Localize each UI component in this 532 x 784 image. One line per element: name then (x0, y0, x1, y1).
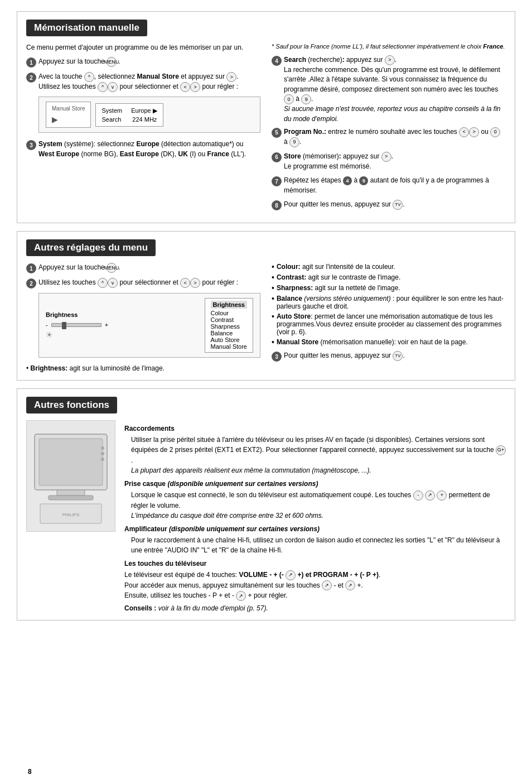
memorisation-step-7: 7 Répétez les étapes 4 à 6 autant de foi… (272, 176, 506, 195)
conseils-label: Conseils : (124, 604, 156, 612)
memorisation-step-6: 6 Store (mémoriser): appuyez sur >.Le pr… (272, 152, 506, 171)
svg-text:PHILIPS: PHILIPS (62, 512, 80, 517)
brightness-note: • Brightness: agit sur la luminosité de … (26, 364, 260, 372)
raccordements-text: Utiliser la prise péritel située à l'arr… (124, 435, 506, 475)
section-autres-reglages-header: Autres réglages du menu (26, 239, 156, 256)
section-autres-reglages: Autres réglages du menu 1 Appuyez sur la… (17, 231, 515, 381)
amplificateur-section: Amplificateur (disponible uniquement sur… (124, 525, 506, 555)
bullet-sharpness: • Sharpness: agit sur la netteté de l'im… (272, 284, 506, 292)
svg-point-6 (101, 458, 104, 461)
brightness-menu-list: Brightness Colour Contrast Sharpness Bal… (205, 298, 253, 353)
svg-point-4 (101, 446, 104, 450)
section-autres-fonctions: Autres fonctions (17, 388, 515, 621)
touches-tv-text: Le téléviseur est équipé de 4 touches: V… (124, 570, 506, 601)
autres-fonctions-body: PHILIPS Raccordements Utiliser la prise … (26, 420, 506, 612)
tv-image: PHILIPS (26, 420, 115, 532)
svg-rect-2 (57, 490, 85, 496)
amplificateur-text: Pour le raccordement à une chaîne Hi-fi,… (124, 535, 506, 555)
autres-reglages-step-1: 1 Appuyez sur la touche MENU . (26, 263, 260, 273)
amplificateur-title: Amplificateur (disponible uniquement sur… (124, 525, 506, 533)
memorisation-right: * Sauf pour la France (norme LL'), il fa… (272, 43, 506, 215)
prise-casque-section: Prise casque (disponible uniquement sur … (124, 480, 506, 521)
diagram-left-box: Manual Store ▶ (46, 102, 91, 128)
touches-tv-title: Les touches du téléviseur (124, 560, 506, 567)
section-memorisation-header: Mémorisation manuelle (26, 20, 147, 36)
memorisation-step-2: 2 Avec la touche ^, sélectionnez Manual … (26, 72, 260, 92)
autres-reglages-right: • Colour: agit sur l'intensité de la cou… (272, 263, 506, 372)
memorisation-diagram: Manual Store ▶ SystemEurope ▶ Search224 … (38, 97, 260, 133)
touches-tv-section: Les touches du téléviseur Le téléviseur … (124, 560, 506, 601)
memorisation-step-8: 8 Pour quitter les menus, appuyez sur TV… (272, 200, 506, 210)
memorisation-step-4: 4 Search (recherche): appuyez sur >. La … (272, 55, 506, 124)
autres-reglages-left: 1 Appuyez sur la touche MENU . 2 Utilise… (26, 263, 260, 372)
memorisation-star-note: * Sauf pour la France (norme LL'), il fa… (272, 43, 506, 50)
conseils-text: voir à la fin du mode d'emploi (p. 57). (158, 604, 268, 612)
bullet-manual-store: • Manual Store (mémorisation manuelle): … (272, 338, 506, 347)
memorisation-step-1: 1 Appuyez sur la touche MENU . (26, 57, 260, 68)
conseils-section: Conseils : voir à la fin du mode d'emplo… (124, 604, 506, 612)
bullet-colour: • Colour: agit sur l'intensité de la cou… (272, 263, 506, 271)
raccordements-title: Raccordements (124, 425, 506, 432)
autres-reglages-step-3: 3 Pour quitter les menus, appuyez sur TV… (272, 351, 506, 362)
page-number: 8 (28, 768, 32, 776)
memorisation-intro: Ce menu permet d'ajouter un programme ou… (26, 43, 260, 52)
brightness-diagram: Brightness - + ☀ Brightness (38, 293, 260, 358)
memorisation-left: Ce menu permet d'ajouter un programme ou… (26, 43, 260, 215)
tv-svg: PHILIPS (29, 423, 113, 529)
prise-casque-title: Prise casque (disponible uniquement sur … (124, 480, 506, 488)
memorisation-step-5: 5 Program No.: entrez le numéro souhaité… (272, 127, 506, 147)
bullet-balance: • Balance (versions stéréo uniquement) :… (272, 295, 506, 310)
bullet-contrast: • Contrast: agit sur le contraste de l'i… (272, 273, 506, 282)
autres-fonctions-content: Raccordements Utiliser la prise péritel … (124, 420, 506, 612)
section-autres-fonctions-header: Autres fonctions (26, 397, 117, 413)
svg-point-5 (101, 452, 104, 455)
diagram-right-box: SystemEurope ▶ Search224 MHz (95, 103, 163, 127)
svg-rect-1 (39, 439, 103, 485)
svg-rect-3 (49, 496, 93, 500)
bullet-auto-store: • Auto Store: permet de lancer une mémor… (272, 312, 506, 336)
memorisation-step-3: 3 System (système): sélectionnez Europe … (26, 140, 260, 159)
autres-reglages-step-2: 2 Utilisez les touches ^v pour sélection… (26, 278, 260, 288)
section-memorisation: Mémorisation manuelle Ce menu permet d'a… (17, 11, 515, 223)
prise-casque-text: Lorsque le casque est connecté, le son d… (124, 490, 506, 521)
raccordements-section: Raccordements Utiliser la prise péritel … (124, 425, 506, 475)
brightness-left-panel: Brightness - + ☀ (46, 311, 108, 339)
